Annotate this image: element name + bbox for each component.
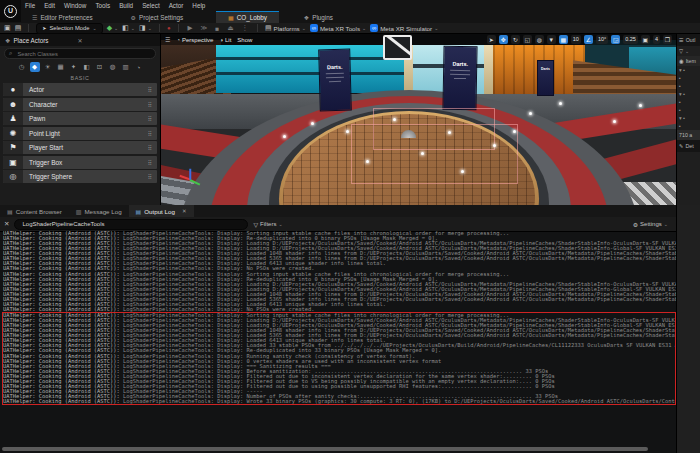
category-icon-0[interactable]: ◷ [17, 62, 27, 72]
category-icon-1[interactable]: ◆ [30, 62, 40, 72]
grid-snap-toggle[interactable]: ▦ [559, 35, 568, 44]
light-sprite-icon[interactable] [513, 130, 516, 133]
maximize-viewport-button[interactable]: ❒ [663, 35, 672, 44]
place-actor-trigger-sphere[interactable]: ◎Trigger Sphere⠿ [3, 170, 157, 183]
stop-button[interactable]: ■ [215, 25, 219, 32]
grab-handle-icon[interactable]: ⠿ [148, 101, 157, 108]
frame-skip-button[interactable]: ≫ [201, 24, 208, 32]
filters-dropdown[interactable]: ▽ Filters ⌄ [253, 221, 282, 228]
place-actor-actor[interactable]: ●Actor⠿ [3, 83, 157, 96]
menu-help[interactable]: Help [192, 2, 205, 9]
lit-dropdown[interactable]: ◑Lit [219, 37, 231, 43]
outliner-tree-row[interactable]: ▪ [677, 82, 700, 90]
light-sprite-icon[interactable] [366, 160, 369, 163]
rotation-snap-toggle[interactable]: ∠ [584, 35, 593, 44]
grab-handle-icon[interactable]: ⠿ [148, 173, 157, 180]
platforms-dropdown[interactable]: ▤ Platforms ⌄ [265, 23, 306, 33]
menu-select[interactable]: Select [142, 2, 160, 9]
clear-search-icon[interactable]: ✕ [4, 220, 9, 228]
place-actor-point-light[interactable]: ✺Point Light⠿ [3, 127, 157, 140]
tab-editor-preferences[interactable]: ☰ Editor Preferences [25, 11, 100, 23]
meta-xr-simulator-dropdown[interactable]: ∞ Meta XR Simulator ⌄ [370, 24, 438, 32]
log-search-box[interactable] [14, 219, 248, 230]
light-sprite-icon[interactable] [311, 122, 314, 125]
grab-handle-icon[interactable]: ⠿ [148, 159, 157, 166]
light-sprite-icon[interactable] [559, 102, 562, 105]
menu-file[interactable]: File [25, 2, 35, 9]
light-sprite-icon[interactable] [283, 135, 286, 138]
eject-button[interactable]: ⏏ [227, 24, 233, 32]
outliner-tree-row[interactable]: ▪ [677, 122, 700, 130]
surface-snap-toggle[interactable]: ▼ [547, 35, 556, 44]
log-settings-dropdown[interactable]: ⚙ Settings ⌄ [633, 221, 672, 228]
level-viewport[interactable]: Darts. Darts. Darts [161, 34, 676, 205]
play-options-kebab[interactable]: ⋮ [241, 24, 248, 32]
scale-snap-value[interactable]: 0.25 [623, 35, 638, 44]
play-button[interactable]: ▶ [188, 24, 193, 32]
category-icon-2[interactable]: ☀ [43, 62, 53, 72]
place-actor-player-start[interactable]: ⚑Player Start⠿ [3, 141, 157, 154]
save-button[interactable]: ▣ [4, 23, 11, 33]
light-sprite-icon[interactable] [346, 130, 349, 133]
menu-edit[interactable]: Edit [44, 2, 55, 9]
outliner-tree-row[interactable]: ▾ ▪ [677, 90, 700, 98]
rotate-tool-button[interactable]: ↻ [511, 35, 520, 44]
grab-handle-icon[interactable]: ⠿ [148, 144, 157, 151]
move-tool-button[interactable]: ✥ [499, 35, 508, 44]
outliner-tree-row[interactable]: ▪ [677, 106, 700, 114]
outliner-filter-row[interactable]: ▽⌄ [677, 46, 700, 56]
category-icon-4[interactable]: ✦ [69, 62, 79, 72]
outliner-tree-row[interactable]: ▪ [677, 74, 700, 82]
light-sprite-icon[interactable] [493, 144, 496, 147]
light-sprite-icon[interactable] [448, 131, 451, 134]
light-sprite-icon[interactable] [639, 104, 642, 107]
grab-handle-icon[interactable]: ⠿ [148, 115, 157, 122]
log-text-area[interactable]: UATHelper: Cooking (Android (ASTC)): Log… [0, 231, 676, 445]
show-dropdown[interactable]: Show [237, 37, 252, 43]
content-browser-button[interactable]: ▤ [15, 23, 22, 33]
tab-output-log[interactable]: ▤ Output Log ✕ [129, 205, 194, 217]
perspective-dropdown[interactable]: ◔Perspective [176, 37, 213, 43]
meta-xr-tools-dropdown[interactable]: ∞ Meta XR Tools ⌄ [310, 24, 366, 32]
category-icon-8[interactable]: ▥ [121, 62, 131, 72]
grid-snap-value[interactable]: 10 [571, 35, 581, 44]
menu-actor[interactable]: Actor [169, 2, 184, 9]
category-icon-7[interactable]: ◍ [108, 62, 118, 72]
tab-content-browser[interactable]: ▤ Content Browser [0, 205, 69, 217]
cinematics-dropdown[interactable]: ◨⌄ [139, 23, 152, 33]
camera-speed-value[interactable]: 4 [653, 35, 660, 44]
tab-project-settings[interactable]: ⚙ Project Settings [124, 11, 191, 23]
tab-level-co-lobby[interactable]: ▦ CO_Lobby [216, 11, 279, 23]
light-sprite-icon[interactable] [421, 152, 424, 155]
light-sprite-icon[interactable] [461, 170, 464, 173]
scale-snap-toggle[interactable]: ◲ [611, 35, 620, 44]
category-icon-6[interactable]: ⊡ [95, 62, 105, 72]
menu-build[interactable]: Build [119, 2, 133, 9]
close-icon[interactable]: ✕ [77, 37, 82, 44]
category-icon-5[interactable]: ◧ [82, 62, 92, 72]
place-actor-character[interactable]: ☻Character⠿ [3, 98, 157, 111]
horizontal-scrollbar[interactable] [2, 447, 648, 451]
tab-message-log[interactable]: ▥ Message Log [69, 205, 129, 217]
outliner-tree-row[interactable]: ▪ [677, 98, 700, 106]
close-icon[interactable]: ✕ [182, 208, 187, 214]
details-header[interactable]: ✎Det [677, 140, 700, 152]
rotation-snap-value[interactable]: 10° [596, 35, 608, 44]
light-sprite-icon[interactable] [393, 118, 396, 121]
outliner-items-header[interactable]: ◉Item [677, 56, 700, 66]
outliner-tree-row[interactable]: ▾ ▪ [677, 66, 700, 74]
grab-handle-icon[interactable]: ⠿ [148, 130, 157, 137]
blueprints-dropdown[interactable]: ◧⌄ [122, 23, 135, 33]
camera-speed-button[interactable]: ▣ [641, 35, 650, 44]
darts-banner-right[interactable]: Darts. [442, 46, 477, 111]
search-classes-box[interactable]: ⌕ [4, 48, 156, 59]
log-search-input[interactable] [20, 220, 242, 228]
light-sprite-icon[interactable] [613, 120, 616, 123]
selection-mode-dropdown[interactable]: ➤ Selection Mode ⌄ [36, 23, 102, 34]
grab-handle-icon[interactable]: ⠿ [148, 86, 157, 93]
add-actor-dropdown[interactable]: ◆⌄ [107, 23, 119, 33]
tab-plugins[interactable]: ❖ Plugins [297, 11, 340, 23]
outliner-header[interactable]: ☰Outl [677, 34, 700, 46]
darts-banner-left[interactable]: Darts. [318, 49, 352, 112]
world-local-toggle[interactable]: ◍ [535, 35, 544, 44]
